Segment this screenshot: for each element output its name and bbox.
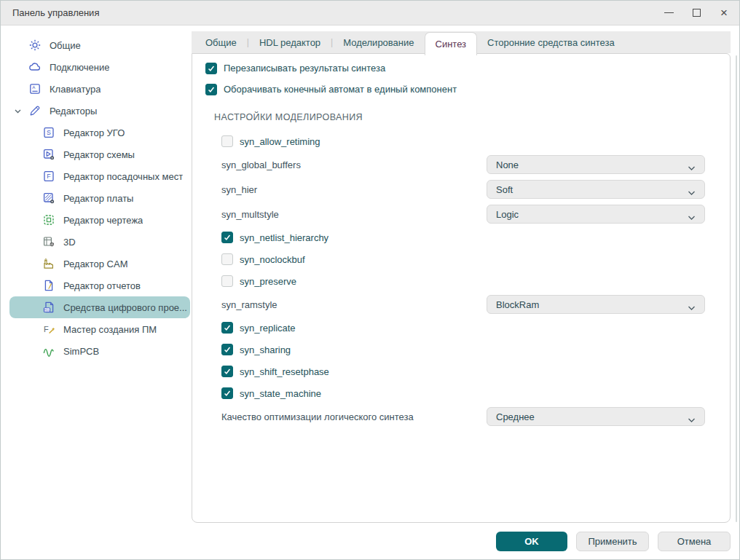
hdl-tools-icon: HDL bbox=[42, 301, 55, 314]
schematic-editor-icon bbox=[42, 148, 55, 161]
control-panel-window: Панель управления × ОбщиеПодключениеAКла… bbox=[0, 0, 740, 560]
checkbox[interactable] bbox=[221, 344, 233, 355]
minimize-button[interactable] bbox=[659, 4, 678, 23]
close-button[interactable]: × bbox=[715, 4, 733, 23]
sidebar-item-label: 3D bbox=[63, 237, 76, 248]
dropdown-label: Качество оптимизации логического синтеза bbox=[221, 411, 414, 422]
svg-text:F: F bbox=[47, 173, 51, 180]
dropdown-syn_global_buffers[interactable]: None bbox=[487, 155, 705, 174]
checkbox[interactable] bbox=[221, 366, 233, 377]
dropdown-syn_ramstyle[interactable]: BlockRam bbox=[487, 295, 705, 314]
apply-button[interactable]: Применить bbox=[576, 532, 649, 551]
checkbox-row-syn_netlist_hierarchy[interactable]: syn_netlist_hierarchy bbox=[192, 226, 730, 248]
checkbox[interactable] bbox=[205, 63, 217, 74]
checkbox-row-syn_sharing[interactable]: syn_sharing bbox=[192, 339, 730, 360]
dropdown-label: syn_multstyle bbox=[221, 209, 279, 220]
checkbox[interactable] bbox=[221, 387, 233, 399]
checkbox-row--[interactable]: Перезаписывать результаты синтеза bbox=[192, 58, 730, 79]
tab-modeling[interactable]: Моделирование bbox=[333, 31, 424, 53]
sidebar-item-symbol-editor[interactable]: SРедактор УГО bbox=[9, 122, 190, 143]
chevron-down-icon bbox=[688, 211, 696, 218]
checkbox-row-syn_replicate[interactable]: syn_replicate bbox=[192, 317, 730, 339]
sidebar-item-label: Общие bbox=[50, 40, 81, 51]
tab-third-party[interactable]: Сторонние средства синтеза bbox=[477, 31, 625, 53]
sidebar-item-general[interactable]: Общие bbox=[9, 34, 190, 56]
dropdown-row-syn_hier: syn_hierSoft bbox=[192, 177, 730, 202]
sidebar-item-footprint-editor[interactable]: FРедактор посадочных мест bbox=[9, 165, 190, 187]
checkbox[interactable] bbox=[221, 275, 233, 287]
checkbox-label: syn_state_machine bbox=[240, 388, 321, 399]
board-editor-icon bbox=[42, 192, 55, 205]
dropdown-syn_hier[interactable]: Soft bbox=[487, 180, 705, 199]
sidebar-item-label: Средства цифрового прое... bbox=[63, 302, 187, 313]
dropdown-label: syn_hier bbox=[221, 184, 257, 195]
tab-bar: Общие|HDL редактор|МоделированиеСинтезСт… bbox=[192, 31, 731, 53]
maximize-icon bbox=[693, 9, 701, 17]
sidebar-item-editors[interactable]: Редакторы bbox=[9, 100, 190, 122]
checkbox-row-syn_state_machine[interactable]: syn_state_machine bbox=[192, 382, 730, 404]
window-title: Панель управления bbox=[12, 7, 99, 18]
dropdown-value: BlockRam bbox=[496, 299, 539, 310]
dropdown-value: Soft bbox=[496, 184, 513, 195]
cam-editor-icon bbox=[42, 257, 55, 270]
checkbox-label: syn_noclockbuf bbox=[240, 254, 305, 265]
checkbox-row--[interactable]: Оборачивать конечный автомат в единый ко… bbox=[192, 79, 730, 100]
dropdown-value: None bbox=[496, 159, 519, 170]
checkbox[interactable] bbox=[221, 135, 233, 147]
checkbox-label: syn_allow_retiming bbox=[240, 136, 320, 147]
tab-general[interactable]: Общие bbox=[195, 31, 247, 53]
cancel-button[interactable]: Отмена bbox=[658, 532, 731, 551]
checkbox-label: syn_shift_resetphase bbox=[240, 366, 329, 377]
sidebar-item-label: Клавиатура bbox=[50, 84, 101, 95]
dropdown-syn_multstyle[interactable]: Logic bbox=[487, 205, 705, 224]
tab-hdl-editor[interactable]: HDL редактор bbox=[249, 31, 331, 53]
checkbox-label: syn_sharing bbox=[240, 344, 291, 355]
dropdown--[interactable]: Среднее bbox=[487, 407, 705, 426]
svg-text:A: A bbox=[32, 84, 36, 90]
checkbox[interactable] bbox=[205, 84, 217, 95]
sidebar-item-pm-wizard[interactable]: FМастер создания ПМ bbox=[9, 318, 190, 340]
svg-text:HDL: HDL bbox=[44, 309, 50, 312]
sidebar-item-schematic-editor[interactable]: Редактор схемы bbox=[9, 143, 190, 165]
sidebar-item-3d[interactable]: 3D bbox=[9, 231, 190, 253]
wizard-icon: F bbox=[42, 323, 55, 336]
maximize-button[interactable] bbox=[687, 4, 706, 23]
tab-synthesis[interactable]: Синтез bbox=[425, 32, 478, 55]
sidebar-item-report-editor[interactable]: Редактор отчетов bbox=[9, 275, 190, 296]
dropdown-row-syn_ramstyle: syn_ramstyleBlockRam bbox=[192, 292, 730, 317]
chevron-down-icon bbox=[688, 186, 696, 193]
sidebar-item-label: Редактор УГО bbox=[63, 127, 125, 138]
sidebar-item-connection[interactable]: Подключение bbox=[9, 56, 190, 78]
sidebar-item-label: Редакторы bbox=[50, 106, 97, 117]
chevron-down-icon[interactable] bbox=[13, 106, 23, 116]
dropdown-row--: Качество оптимизации логического синтеза… bbox=[192, 404, 730, 429]
checkbox-row-syn_shift_resetphase[interactable]: syn_shift_resetphase bbox=[192, 360, 730, 382]
checkbox[interactable] bbox=[221, 322, 233, 334]
vertical-scrollbar[interactable] bbox=[736, 55, 737, 522]
dropdown-value: Logic bbox=[496, 209, 519, 220]
keyboard-icon: A bbox=[28, 82, 42, 95]
sidebar-item-keyboard[interactable]: AКлавиатура bbox=[9, 78, 190, 100]
minimize-icon bbox=[664, 12, 674, 13]
sidebar-item-simpcb[interactable]: SimPCB bbox=[9, 340, 190, 362]
checkbox[interactable] bbox=[221, 253, 233, 265]
checkbox-row-syn_noclockbuf[interactable]: syn_noclockbuf bbox=[192, 248, 730, 270]
sidebar-item-drawing-editor[interactable]: Редактор чертежа bbox=[9, 209, 190, 231]
section-title: НАСТРОЙКИ МОДЕЛИРОВАНИЯ bbox=[214, 112, 730, 122]
chevron-down-icon bbox=[688, 414, 696, 420]
window-controls: × bbox=[659, 4, 733, 23]
sidebar-item-digital-design-tools[interactable]: HDLСредства цифрового прое... bbox=[9, 296, 190, 318]
sidebar-item-cam-editor[interactable]: Редактор CAM bbox=[9, 253, 190, 275]
sidebar-item-label: SimPCB bbox=[63, 346, 99, 357]
footprint-editor-icon: F bbox=[42, 170, 55, 183]
ok-button[interactable]: OK bbox=[496, 532, 567, 551]
sidebar-item-board-editor[interactable]: Редактор платы bbox=[9, 187, 190, 209]
checkbox[interactable] bbox=[221, 232, 233, 243]
checkbox-row-syn_preserve[interactable]: syn_preserve bbox=[192, 270, 730, 292]
dropdown-label: syn_global_buffers bbox=[221, 159, 301, 170]
main-area: Общие|HDL редактор|МоделированиеСинтезСт… bbox=[192, 25, 739, 559]
checkbox-label: Перезаписывать результаты синтеза bbox=[224, 63, 385, 74]
simpcb-icon bbox=[42, 344, 55, 358]
chevron-down-icon bbox=[688, 301, 696, 308]
checkbox-row-syn_allow_retiming[interactable]: syn_allow_retiming bbox=[192, 130, 730, 152]
